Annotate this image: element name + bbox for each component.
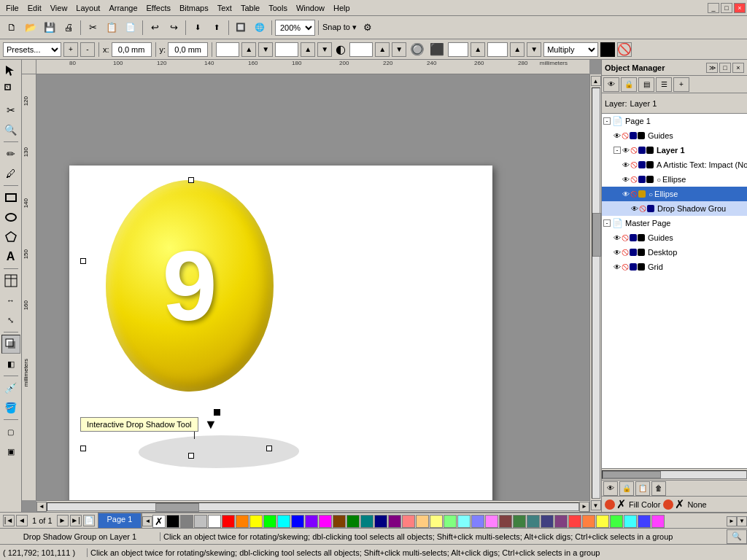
tree-layer1[interactable]: - 👁 🚫 Layer 1 [602,143,747,158]
minimize-button[interactable]: _ [708,3,719,13]
x-input[interactable] [112,42,152,57]
obj-btn4[interactable]: 🗑 [651,481,666,496]
palette-color-23[interactable] [485,515,498,528]
fill2-tool[interactable]: ▣ [1,442,20,461]
freehand-tool[interactable]: ✏ [1,144,20,163]
tree-ellipse1[interactable]: 👁 🚫 ○ Ellipse [602,172,747,187]
menu-effects[interactable]: Effects [142,2,175,14]
v-scroll-track[interactable] [592,88,600,499]
val2-dec[interactable]: ▼ [317,42,332,57]
v-scrollbar[interactable]: ▲ ▼ [589,74,601,512]
menu-view[interactable]: View [46,2,72,14]
palette-color-13[interactable] [347,515,360,528]
palette-color-26[interactable] [527,515,540,528]
canvas-page[interactable]: 9 ▼ | Interactive Drop Shadow Tool [69,166,492,512]
palette-color-12[interactable] [333,515,346,528]
text-tool[interactable]: A [1,247,20,266]
palette-color-15[interactable] [374,515,387,528]
palette-color-33[interactable] [624,515,637,528]
menu-tools[interactable]: Tools [264,2,292,14]
presets-combo[interactable]: Presets... [3,42,61,57]
expand-layer1[interactable]: - [614,147,621,154]
mgr-new-layer[interactable]: + [673,77,689,92]
palette-color-28[interactable] [554,515,568,528]
add-preset-button[interactable]: + [63,42,78,57]
cut-button[interactable]: ✂ [84,19,101,36]
close-button[interactable]: × [734,3,746,13]
tree-page1[interactable]: - 📄 Page 1 [602,114,747,128]
tree-master-page[interactable]: - 📄 Master Page [602,216,747,230]
tree-grid[interactable]: 👁 🚫 Grid [602,260,747,274]
palette-options[interactable]: ▼ [737,516,747,526]
ball[interactable]: 9 [106,180,274,392]
zoom-tool[interactable]: 🔍 [1,120,20,139]
feather-inc[interactable]: ▲ [471,42,485,57]
palette-color-32[interactable] [610,515,623,528]
expand-page1[interactable]: - [603,117,611,125]
undo-button[interactable]: ↩ [146,19,163,36]
menu-edit[interactable]: Edit [23,2,46,14]
palette-color-25[interactable] [513,515,526,528]
palette-color-31[interactable] [596,515,609,528]
scroll-right-button[interactable]: ► [579,502,589,512]
paste-button[interactable]: 📄 [122,19,139,36]
palette-color-8[interactable] [277,515,290,528]
tree-guides1[interactable]: 👁 🚫 Guides [602,128,747,143]
palette-scroll-left[interactable]: ◄ [142,516,152,526]
shadow-opacity[interactable]: 15 [349,42,373,57]
menu-bitmaps[interactable]: Bitmaps [175,2,213,14]
palette-color-0[interactable] [166,515,179,528]
selection-handle-left[interactable] [80,258,86,264]
shadow-handle-end[interactable] [212,408,222,417]
select-tool[interactable] [1,61,20,80]
canvas-area[interactable]: 80 100 120 140 160 180 200 220 240 260 2… [22,60,601,512]
first-page-button[interactable]: |◄ [3,515,15,526]
menu-window[interactable]: Window [292,2,329,14]
palette-color-17[interactable] [402,515,415,528]
next-page-button[interactable]: ► [57,515,69,526]
palette-color-16[interactable] [388,515,401,528]
print-button[interactable]: 🖨 [60,19,77,36]
fill-tool[interactable]: 🪣 [1,398,20,417]
palette-color-3[interactable] [208,515,221,528]
tree-drop-shadow-group[interactable]: 👁 🚫 Drop Shadow Grou [602,201,747,216]
publish-button[interactable]: 🌐 [251,19,268,36]
clear-shadow-button[interactable]: 🚫 [617,42,632,57]
palette-color-19[interactable] [430,515,443,528]
transparency-tool[interactable]: ◧ [1,354,20,373]
palette-color-34[interactable] [638,515,651,528]
obj-h-scroll-thumb[interactable] [603,471,661,478]
shadow-val2[interactable]: 50 [275,42,298,57]
palette-color-10[interactable] [305,515,318,528]
redo-button[interactable]: ↪ [165,19,182,36]
obj-h-scroll-track[interactable] [602,470,747,479]
tree-ellipse2[interactable]: 👁 🚫 ○ Ellipse [602,187,747,201]
zoom-button[interactable]: 🔍 [727,529,747,544]
shadow-color-box[interactable] [600,42,615,57]
drop-shadow-tool[interactable] [1,335,20,354]
maximize-button[interactable]: □ [721,3,732,13]
val2-inc[interactable]: ▲ [301,42,315,57]
crop-tool[interactable]: ✂ [1,101,20,120]
last-page-button[interactable]: ►| [70,515,82,526]
obj-btn1[interactable]: 👁 [603,481,618,496]
scroll-left-button[interactable]: ◄ [36,502,47,512]
shadow-feather2[interactable]: 50 [487,42,508,57]
shadow-handle-start[interactable] [188,453,194,459]
panel-restore-button[interactable]: □ [719,63,731,73]
save-button[interactable]: 💾 [41,19,58,36]
palette-color-30[interactable] [582,515,595,528]
menu-layout[interactable]: Layout [71,2,104,14]
panel-options-button[interactable]: ≫ [706,63,718,73]
palette-color-24[interactable] [499,515,512,528]
val1-inc[interactable]: ▲ [241,42,256,57]
y-input[interactable] [168,42,208,57]
eyedropper-tool[interactable]: 💉 [1,378,20,397]
opacity-dec[interactable]: ▼ [392,42,406,57]
polygon-tool[interactable] [1,228,20,246]
h-scroll-thumb[interactable] [155,503,199,512]
opacity-inc[interactable]: ▲ [375,42,390,57]
menu-help[interactable]: Help [329,2,355,14]
no-fill-color[interactable]: ✗ [152,515,166,528]
selection-handle-top[interactable] [188,177,194,183]
